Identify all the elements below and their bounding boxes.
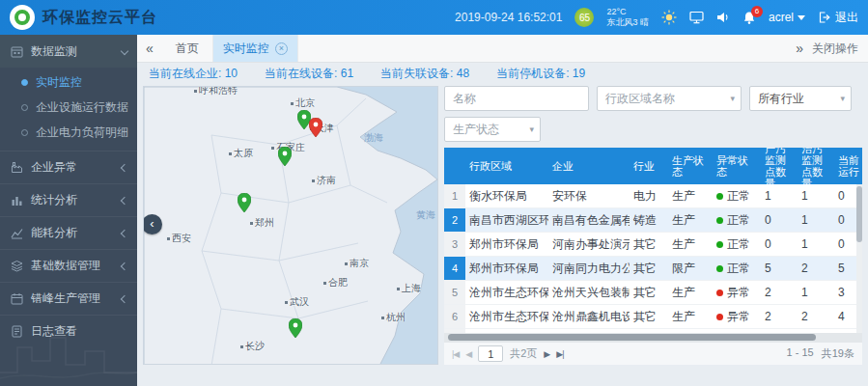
horizontal-scrollbar-thumb[interactable] <box>448 334 816 341</box>
row-index: 3 <box>444 233 465 256</box>
table-header: 行政区域 企业 行业 生产状态 异常状态 产污监测点数量 治污监测点数量 当前运… <box>444 148 862 184</box>
status-text: 正常 <box>727 190 750 202</box>
pager-next-button[interactable]: ▶ <box>544 349 549 359</box>
table-row[interactable]: 6 沧州市生态环保局 沧州鼎鑫机电设备 其它 生产 异常 2 2 4 <box>444 305 862 329</box>
calendar-grid-icon <box>10 44 23 58</box>
chevron-down-icon <box>798 15 805 20</box>
cell-region: 南昌市西湖区环保局 <box>465 208 548 232</box>
vertical-scrollbar-thumb[interactable] <box>856 186 862 242</box>
chevron-left-icon <box>121 163 128 171</box>
sidebar-item-enterprise-abnormal[interactable]: 企业异常 <box>0 151 137 183</box>
cell-company: 沧州鼎鑫机电设备 <box>548 305 630 328</box>
tab-realtime-monitoring[interactable]: 实时监控 × <box>213 35 298 62</box>
sidebar-item-data-monitoring[interactable]: 数据监测 <box>0 35 137 68</box>
sidebar-item-label: 基础数据管理 <box>31 258 122 274</box>
cell-production: 生产 <box>668 281 713 304</box>
row-index: 4 <box>444 257 465 280</box>
tab-close-icon[interactable]: × <box>275 42 288 55</box>
map-marker-green[interactable] <box>278 147 292 166</box>
cell-production: 生产 <box>668 305 713 328</box>
pager-prev-button[interactable]: ◀ <box>465 349 471 359</box>
tab-bar: « 首页 实时监控 × » 关闭操作 <box>137 35 868 63</box>
bell-icon[interactable]: 6 <box>742 11 756 25</box>
sidebar-item-facility-data[interactable]: 企业设施运行数据 <box>0 95 137 120</box>
app-logo-icon <box>10 5 35 30</box>
logout-button[interactable]: 退出 <box>818 10 858 26</box>
sidebar-item-basic-data[interactable]: 基础数据管理 <box>0 249 137 282</box>
monitor-icon[interactable] <box>689 11 704 24</box>
bullet-icon <box>21 104 28 111</box>
bullet-icon <box>21 79 28 86</box>
sidebar-item-statistics[interactable]: 统计分析 <box>0 183 137 216</box>
panel-collapse-button[interactable]: ‹ <box>143 214 162 234</box>
app-window: 环保监控云平台 2019-09-24 16:52:01 65 22°C 东北风3… <box>0 0 868 386</box>
region-select[interactable]: 行政区域名称 ▾ <box>597 86 742 111</box>
sidebar-item-energy-analysis[interactable]: 能耗分析 <box>0 216 137 249</box>
industry-select[interactable]: 所有行业 ▾ <box>749 86 852 111</box>
cell-status: 异常 <box>713 305 761 328</box>
production-status-value: 生产状态 <box>453 122 523 138</box>
status-dot-green <box>716 193 723 200</box>
temperature-label: 22°C <box>606 7 649 17</box>
pager-first-button[interactable]: |◀ <box>452 349 459 359</box>
sidebar-item-power-load-detail[interactable]: 企业电力负荷明细 <box>0 120 137 145</box>
col-header-company: 企业 <box>548 148 630 184</box>
map-marker-red[interactable] <box>309 118 322 137</box>
page-input[interactable] <box>478 345 503 362</box>
stat-value: 61 <box>341 67 353 80</box>
map-marker-green[interactable] <box>238 193 251 212</box>
cell-treatment-count: 1 <box>798 281 834 304</box>
sidebar-item-realtime-monitoring[interactable]: 实时监控 <box>0 69 137 95</box>
sidebar: 数据监测 实时监控 企业设施运行数据 企业电力负荷明细 <box>0 35 137 386</box>
tabs-scroll-left-button[interactable]: « <box>137 41 162 56</box>
col-header-index <box>444 148 465 184</box>
status-dot-green <box>716 241 723 248</box>
bullet-icon <box>21 129 28 136</box>
close-operations-button[interactable]: 关闭操作 <box>812 41 868 57</box>
table-row[interactable]: 2 南昌市西湖区环保局 南昌有色金属有限 铸造 生产 正常 0 1 0 <box>444 208 862 233</box>
weather-desc-label: 东北风3 晴 <box>606 17 649 28</box>
table-row[interactable]: 4 郑州市环保局 河南同力电力公司 其它 限产 正常 5 2 5 <box>444 257 862 281</box>
status-dot-red <box>716 314 723 320</box>
user-menu[interactable]: acrel <box>769 11 805 24</box>
content-area: « 首页 实时监控 × » 关闭操作 当前在线企业: 10 <box>137 35 868 386</box>
chevron-left-icon <box>121 294 128 302</box>
cell-pollution-count: 5 <box>761 257 798 280</box>
map-marker-green[interactable] <box>289 318 302 338</box>
stat-value: 19 <box>573 67 585 80</box>
sidebar-item-staggered-production[interactable]: 错峰生产管理 <box>0 282 137 315</box>
speaker-icon[interactable] <box>716 11 730 24</box>
cell-pollution-count: 2 <box>761 305 798 328</box>
table-row[interactable]: 5 沧州市生态环保局 沧州天兴包装制品 其它 生产 异常 2 1 3 <box>444 281 862 305</box>
cell-industry: 其它 <box>630 233 668 256</box>
map-city-label: 合肥 <box>323 276 348 290</box>
sidebar-item-label: 能耗分析 <box>31 225 122 241</box>
status-text: 异常 <box>727 311 750 322</box>
table-row[interactable]: 1 衡水环保局 安环保 电力 生产 正常 1 1 0 <box>444 184 862 208</box>
status-text: 正常 <box>727 238 750 250</box>
top-header: 环保监控云平台 2019-09-24 16:52:01 65 22°C 东北风3… <box>0 0 868 35</box>
layers-icon <box>10 260 23 273</box>
table-row[interactable]: 3 郑州市环保局 河南办事处演示 其它 生产 正常 0 1 0 <box>444 233 862 257</box>
stat-offline-devices: 当前失联设备: 48 <box>380 66 469 82</box>
chevron-down-icon: ▾ <box>840 94 845 103</box>
map-city-label: 长沙 <box>240 340 265 353</box>
tabs-scroll-right-button[interactable]: » <box>787 41 812 56</box>
username-label: acrel <box>769 11 794 24</box>
map-panel[interactable]: 呼和浩特 北京 天津 石家庄 太原 济南 西安 郑州 南京 合肥 上海 武汉 杭… <box>143 86 438 365</box>
horizontal-scrollbar-track[interactable] <box>444 333 862 342</box>
row-index: 5 <box>444 281 465 304</box>
name-input[interactable] <box>444 86 589 111</box>
cell-industry: 其它 <box>630 305 668 328</box>
cell-treatment-count: 2 <box>798 257 834 280</box>
row-index: 6 <box>444 305 465 328</box>
cell-pollution-count: 2 <box>761 281 798 304</box>
vertical-scrollbar-track[interactable] <box>856 184 862 333</box>
stat-stopped-devices: 当前停机设备: 19 <box>496 66 585 82</box>
sidebar-item-label: 实时监控 <box>36 74 82 91</box>
tab-home[interactable]: 首页 <box>162 35 213 62</box>
cell-industry: 电力 <box>630 184 668 207</box>
pager-last-button[interactable]: ▶| <box>556 349 563 359</box>
production-status-select[interactable]: 生产状态 ▾ <box>444 117 541 142</box>
cell-treatment-count: 1 <box>798 208 834 232</box>
